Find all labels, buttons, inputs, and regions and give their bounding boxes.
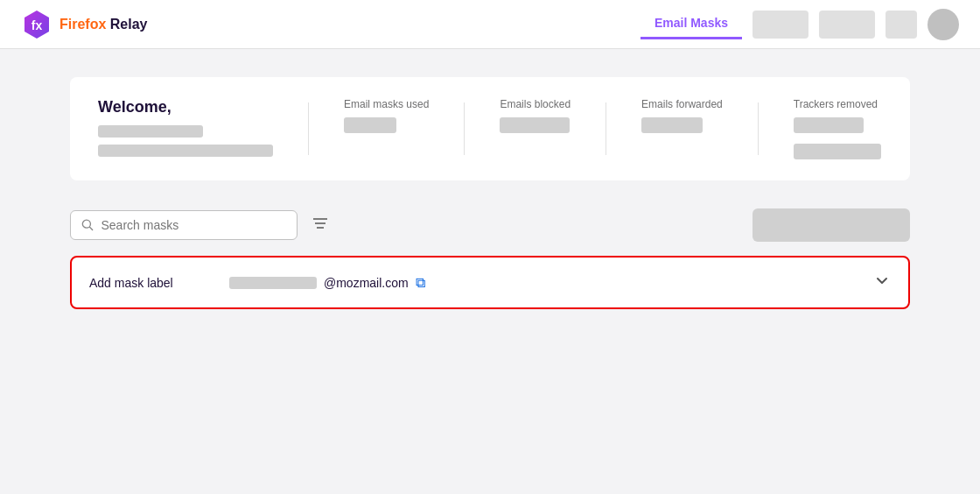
stat-trackers-removed-value-2 [794,144,881,159]
mask-label: Add mask label [89,276,229,290]
welcome-block: Welcome, [98,98,273,157]
copy-icon[interactable]: ⧉ [416,275,425,291]
nav-button-1[interactable] [752,11,808,39]
search-input[interactable] [101,218,286,232]
stats-divider-4 [758,102,759,155]
stat-emails-forwarded-label: Emails forwarded [641,98,723,110]
tab-email-masks[interactable]: Email Masks [640,9,742,39]
welcome-name-bar [98,125,203,138]
svg-line-3 [89,227,92,229]
welcome-subtitle-bar [98,145,273,157]
mask-email-section: @mozmail.com ⧉ [229,275,873,291]
stat-emails-blocked: Emails blocked [500,98,570,133]
search-icon [81,218,94,232]
mask-email-domain: @mozmail.com [324,276,409,290]
filter-icon [312,215,329,232]
stat-emails-forwarded-value [641,117,703,133]
mask-row[interactable]: Add mask label @mozmail.com ⧉ [70,256,910,309]
stat-trackers-removed-value [794,117,864,133]
generate-mask-button[interactable] [752,208,910,242]
main-content: Welcome, Email masks used Emails blocked… [0,49,980,337]
navbar: fx Firefox Relay Email Masks [0,0,980,49]
chevron-down-icon[interactable] [873,272,891,293]
stat-email-masks-label: Email masks used [344,98,429,110]
nav-button-3[interactable] [886,11,917,39]
avatar[interactable] [928,9,959,40]
mask-email-prefix [229,277,317,289]
firefox-logo-icon: fx [21,9,52,40]
toolbar [70,208,910,242]
stats-divider [308,102,309,155]
svg-text:fx: fx [32,18,43,32]
stat-trackers-removed: Trackers removed [794,98,881,159]
stat-emails-blocked-value [500,117,570,133]
welcome-title: Welcome, [98,98,273,116]
stats-section: Welcome, Email masks used Emails blocked… [70,77,910,180]
chevron-icon-svg [873,272,891,289]
brand-name: Firefox Relay [60,17,148,32]
stats-divider-2 [464,102,465,155]
nav-logo-area: fx Firefox Relay [21,9,148,40]
stat-emails-blocked-label: Emails blocked [500,98,570,110]
nav-button-2[interactable] [819,11,875,39]
filter-button[interactable] [308,211,332,240]
nav-right: Email Masks [640,9,959,40]
stat-email-masks-value [344,117,396,133]
stat-emails-forwarded: Emails forwarded [641,98,723,133]
stat-email-masks-used: Email masks used [344,98,429,133]
search-box[interactable] [70,210,298,240]
stats-divider-3 [606,102,606,155]
stat-trackers-removed-label: Trackers removed [794,98,881,110]
